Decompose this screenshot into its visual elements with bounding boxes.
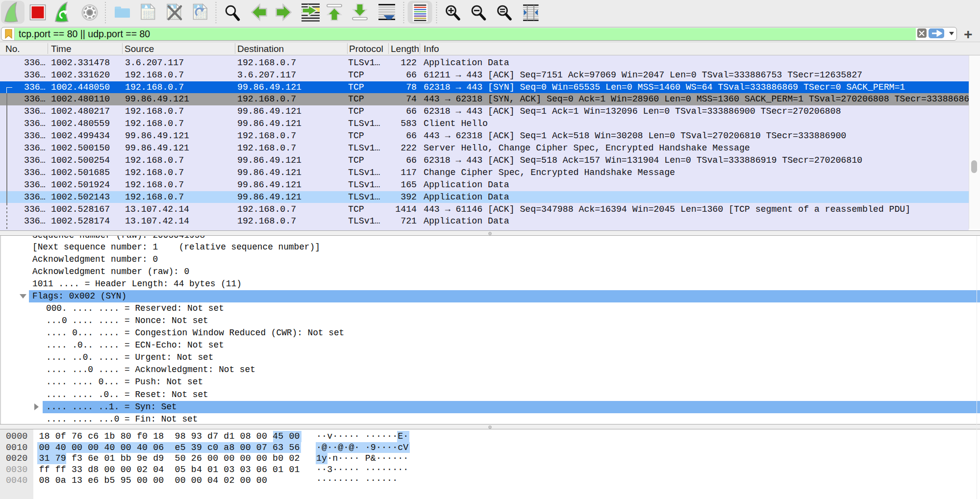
svg-text:01012: 01012 bbox=[143, 16, 154, 20]
svg-text:01012: 01012 bbox=[196, 16, 207, 20]
